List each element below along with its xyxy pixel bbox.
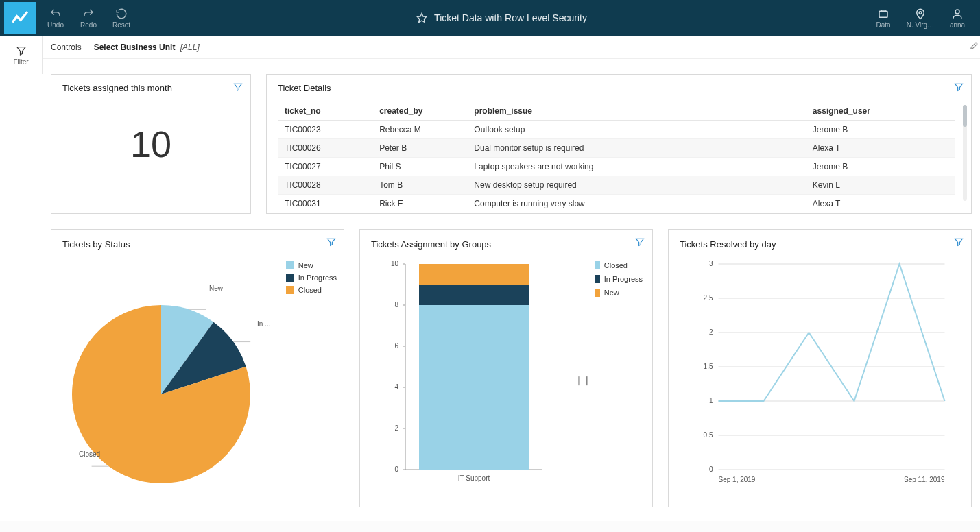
metric-value: 10 — [130, 123, 171, 165]
svg-text:1.5: 1.5 — [704, 363, 713, 370]
pie-chart: New In Progress Closed New In ... Closed — [58, 257, 337, 500]
pie-title: Tickets by Status — [62, 239, 130, 250]
undo-label: Undo — [47, 21, 64, 29]
table-cell: TIC00027 — [278, 158, 372, 176]
ticket-details-table: ticket_no created_by problem_issue assig… — [278, 102, 955, 213]
table-cell: Computer is running very slow — [467, 195, 806, 213]
dashboard-body: Tickets assigned this month 10 Ticket De… — [43, 74, 980, 521]
table-scrollbar[interactable] — [963, 105, 967, 201]
table-cell: Phil S — [372, 158, 467, 176]
controls-label: Controls — [51, 43, 82, 52]
top-actions: Undo Redo Reset — [40, 2, 137, 34]
svg-rect-21 — [419, 264, 529, 285]
filter-icon[interactable] — [953, 237, 964, 247]
legend-item-in-progress[interactable]: In Progress — [595, 275, 643, 283]
page-title: Ticket Data with Row Level Security — [434, 12, 587, 23]
top-right-actions: Data N. Virg… anna — [866, 2, 976, 34]
svg-rect-2 — [879, 11, 887, 17]
svg-text:0.5: 0.5 — [704, 431, 713, 439]
col-assigned-user[interactable]: assigned_user — [806, 102, 955, 121]
star-icon[interactable] — [416, 12, 427, 23]
svg-text:2: 2 — [394, 424, 398, 432]
table-cell: TIC00023 — [278, 121, 372, 139]
table-cell: Kevin L — [806, 176, 955, 195]
svg-marker-1 — [417, 13, 426, 22]
data-button[interactable]: Data — [866, 2, 900, 34]
line-chart: 00.511.522.53Sep 1, 2019Sep 11, 2019 — [676, 257, 964, 500]
user-button[interactable]: anna — [940, 2, 975, 34]
reset-label: Reset — [112, 21, 130, 29]
selector-label: Select Business Unit — [94, 43, 176, 52]
region-label: N. Virg… — [907, 21, 934, 29]
pie-slice-label-in-progress: In ... — [257, 320, 270, 328]
table-cell: TIC00026 — [278, 139, 372, 158]
filter-icon[interactable] — [953, 82, 964, 93]
page-title-area: Ticket Data with Row Level Security — [137, 12, 866, 23]
svg-text:1: 1 — [709, 397, 713, 404]
filter-button[interactable]: Filter — [0, 36, 43, 74]
undo-button[interactable]: Undo — [40, 2, 71, 34]
filter-icon[interactable] — [634, 237, 645, 247]
col-created-by[interactable]: created_by — [372, 102, 467, 121]
redo-button[interactable]: Redo — [73, 2, 104, 34]
svg-text:Sep 1, 2019: Sep 1, 2019 — [719, 476, 756, 483]
card-ticket-details[interactable]: Ticket Details ticket_no created_by prob… — [266, 74, 972, 214]
card-tickets-by-status[interactable]: Tickets by Status New In Progress Closed — [51, 229, 344, 507]
svg-rect-20 — [419, 285, 529, 305]
table-row[interactable]: TIC00027Phil SLaptop speakers are not wo… — [278, 158, 955, 176]
legend-item-new[interactable]: New — [595, 289, 643, 297]
table-cell: New desktop setup required — [467, 176, 806, 195]
svg-text:0: 0 — [709, 466, 713, 473]
table-cell: Rick E — [372, 195, 467, 213]
metric-title: Tickets assigned this month — [62, 83, 172, 93]
svg-text:6: 6 — [394, 342, 398, 350]
selector-value: [ALL] — [180, 43, 200, 52]
table-row[interactable]: TIC00023Rebecca MOutlook setupJerome B — [278, 121, 955, 139]
col-problem-issue[interactable]: problem_issue — [467, 102, 806, 121]
region-button[interactable]: N. Virg… — [903, 2, 937, 34]
legend-item-new[interactable]: New — [286, 261, 337, 269]
business-unit-selector[interactable]: Select Business Unit [ALL] — [94, 43, 200, 52]
app-logo[interactable] — [4, 2, 36, 34]
table-cell: Peter B — [372, 139, 467, 158]
reset-button[interactable]: Reset — [106, 2, 137, 34]
table-header-row: ticket_no created_by problem_issue assig… — [278, 102, 955, 121]
svg-point-3 — [919, 11, 922, 14]
svg-text:4: 4 — [394, 383, 398, 391]
svg-rect-19 — [419, 305, 529, 470]
svg-point-4 — [955, 10, 959, 14]
pie-slice-label-new: New — [209, 285, 223, 292]
table-cell: Jerome B — [806, 121, 955, 139]
table-row[interactable]: TIC00026Peter BDual monitor setup is req… — [278, 139, 955, 158]
svg-text:2.5: 2.5 — [704, 294, 713, 302]
table-row[interactable]: TIC00028Tom BNew desktop setup requiredK… — [278, 176, 955, 195]
legend-item-closed[interactable]: Closed — [286, 286, 337, 294]
top-bar: Undo Redo Reset Ticket Data with Row Lev… — [0, 0, 980, 36]
col-ticket-no[interactable]: ticket_no — [278, 102, 372, 121]
card-tickets-assignment-by-groups[interactable]: Tickets Assignment by Groups Closed In P… — [359, 229, 653, 507]
svg-text:IT Support: IT Support — [458, 474, 490, 482]
filter-icon[interactable] — [232, 82, 243, 93]
pie-slice-label-closed: Closed — [79, 450, 100, 458]
bar-chart: Closed In Progress New ❙❙ 0246810IT Supp… — [367, 257, 645, 500]
filter-icon[interactable] — [326, 237, 337, 247]
legend-item-closed[interactable]: Closed — [595, 261, 643, 269]
table-cell: Laptop speakers are not working — [467, 158, 806, 176]
user-label: anna — [950, 21, 965, 29]
bar-title: Tickets Assignment by Groups — [371, 239, 491, 250]
edit-icon[interactable] — [969, 40, 980, 53]
details-title: Ticket Details — [278, 83, 331, 93]
legend-item-in-progress[interactable]: In Progress — [286, 274, 337, 282]
table-cell: Outlook setup — [467, 121, 806, 139]
svg-text:Sep 11, 2019: Sep 11, 2019 — [904, 476, 945, 483]
card-tickets-resolved-by-day[interactable]: Tickets Resolved by day 00.511.522.53Sep… — [668, 229, 972, 507]
svg-text:10: 10 — [391, 260, 399, 267]
table-cell: TIC00031 — [278, 195, 372, 213]
table-row[interactable]: TIC00031Rick EComputer is running very s… — [278, 195, 955, 213]
table-cell: TIC00028 — [278, 176, 372, 195]
card-tickets-assigned[interactable]: Tickets assigned this month 10 — [51, 74, 251, 214]
table-cell: Jerome B — [806, 158, 955, 176]
table-cell: Dual monitor setup is required — [467, 139, 806, 158]
table-cell: Alexa T — [806, 195, 955, 213]
redo-label: Redo — [80, 21, 97, 29]
